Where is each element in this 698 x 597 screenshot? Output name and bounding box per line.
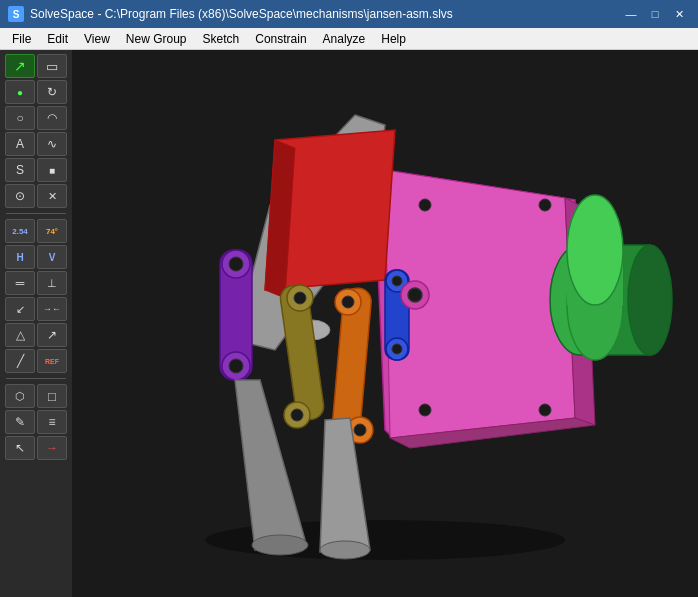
svg-point-27 <box>229 359 243 373</box>
svg-point-6 <box>419 199 431 211</box>
toolbar-row-6: ⊙ ✕ <box>2 184 70 208</box>
toolbar-sep-1 <box>6 213 66 214</box>
svg-point-31 <box>294 292 306 304</box>
dim-tool-button[interactable]: 2.54 <box>5 219 35 243</box>
toolbar-row-5: S ■ <box>2 158 70 182</box>
lathe-tool-button[interactable]: ⊙ <box>5 184 35 208</box>
toolbar-row-1: ↗ ▭ <box>2 54 70 78</box>
title-bar: S SolveSpace - C:\Program Files (x86)\So… <box>0 0 698 28</box>
step-view-button[interactable]: ≡ <box>37 410 67 434</box>
svg-point-9 <box>539 404 551 416</box>
toolbar-row-2: ● ↻ <box>2 80 70 104</box>
toolbar-row-14: ✎ ≡ <box>2 410 70 434</box>
menu-edit[interactable]: Edit <box>39 28 76 49</box>
toolbar-row-12: ╱ REF <box>2 349 70 373</box>
point-tool-button[interactable]: ● <box>5 80 35 104</box>
toolbar-row-15: ↖ → <box>2 436 70 460</box>
ortho-view-button[interactable]: □ <box>37 384 67 408</box>
trim-tool-button[interactable]: ✕ <box>37 184 67 208</box>
svg-point-7 <box>539 199 551 211</box>
maximize-button[interactable]: □ <box>644 5 666 23</box>
toolbar-row-9: ═ ⊥ <box>2 271 70 295</box>
perp-tool-button[interactable]: ⊥ <box>37 271 67 295</box>
tangent-tool-button[interactable]: ↙ <box>5 297 35 321</box>
svg-point-45 <box>252 535 308 555</box>
close-button[interactable]: ✕ <box>668 5 690 23</box>
cursor-up-button[interactable]: ↖ <box>5 436 35 460</box>
text-tool-button[interactable]: A <box>5 132 35 156</box>
svg-point-36 <box>342 296 354 308</box>
menu-view[interactable]: View <box>76 28 118 49</box>
toolbar-row-13: ⬡ □ <box>2 384 70 408</box>
angle-tool-button[interactable]: 74° <box>37 219 67 243</box>
svg-point-42 <box>392 344 402 354</box>
vert-tool-button[interactable]: V <box>37 245 67 269</box>
select-tool-button[interactable]: ↗ <box>5 54 35 78</box>
rotate-tool-button[interactable]: ↻ <box>37 80 67 104</box>
sym-tool-button[interactable]: →← <box>37 297 67 321</box>
arc-tool-button[interactable]: ◠ <box>37 106 67 130</box>
svg-point-48 <box>408 288 422 302</box>
menu-constrain[interactable]: Constrain <box>247 28 314 49</box>
toolbar-row-4: A ∿ <box>2 132 70 156</box>
toolbar-row-3: ○ ◠ <box>2 106 70 130</box>
arrows-tool-button[interactable]: ↗ <box>37 323 67 347</box>
toolbar-row-11: △ ↗ <box>2 323 70 347</box>
menu-sketch[interactable]: Sketch <box>195 28 248 49</box>
toolbar-row-7: 2.54 74° <box>2 219 70 243</box>
svg-point-32 <box>291 409 303 421</box>
rect-tool-button[interactable]: ▭ <box>37 54 67 78</box>
iso-view-button[interactable]: ⬡ <box>5 384 35 408</box>
menu-help[interactable]: Help <box>373 28 414 49</box>
dot-tool-button[interactable]: ■ <box>37 158 67 182</box>
dim-label: 2.54 <box>12 227 28 236</box>
red-arrow-button[interactable]: → <box>37 436 67 460</box>
toolbar-row-10: ↙ →← <box>2 297 70 321</box>
sketch-view-button[interactable]: ✎ <box>5 410 35 434</box>
diag-tool-button[interactable]: ╱ <box>5 349 35 373</box>
svg-point-26 <box>229 257 243 271</box>
menu-bar: File Edit View New Group Sketch Constrai… <box>0 28 698 50</box>
menu-new-group[interactable]: New Group <box>118 28 195 49</box>
toolbar-sep-2 <box>6 378 66 379</box>
spline-tool-button[interactable]: ∿ <box>37 132 67 156</box>
mechanism-svg <box>72 50 698 597</box>
bezier-tool-button[interactable]: S <box>5 158 35 182</box>
circle-tool-button[interactable]: ○ <box>5 106 35 130</box>
title-bar-left: S SolveSpace - C:\Program Files (x86)\So… <box>8 6 453 22</box>
window-controls: — □ ✕ <box>620 5 690 23</box>
toolbar: ↗ ▭ ● ↻ ○ ◠ A ∿ <box>0 50 72 597</box>
ref-tool-button[interactable]: REF <box>37 349 67 373</box>
horiz-tool-button[interactable]: H <box>5 245 35 269</box>
app-icon: S <box>8 6 24 22</box>
toolbar-row-8: H V <box>2 245 70 269</box>
viewport[interactable] <box>72 50 698 597</box>
svg-point-46 <box>320 541 370 559</box>
minimize-button[interactable]: — <box>620 5 642 23</box>
menu-file[interactable]: File <box>4 28 39 49</box>
tri-tool-button[interactable]: △ <box>5 323 35 347</box>
svg-point-37 <box>354 424 366 436</box>
svg-point-17 <box>567 195 623 305</box>
main-area: ↗ ▭ ● ↻ ○ ◠ A ∿ <box>0 50 698 597</box>
parallel-tool-button[interactable]: ═ <box>5 271 35 295</box>
angle-label: 74° <box>46 227 58 236</box>
svg-point-41 <box>392 276 402 286</box>
svg-point-8 <box>419 404 431 416</box>
svg-point-13 <box>628 245 672 355</box>
menu-analyze[interactable]: Analyze <box>315 28 374 49</box>
window-title: SolveSpace - C:\Program Files (x86)\Solv… <box>30 7 453 21</box>
